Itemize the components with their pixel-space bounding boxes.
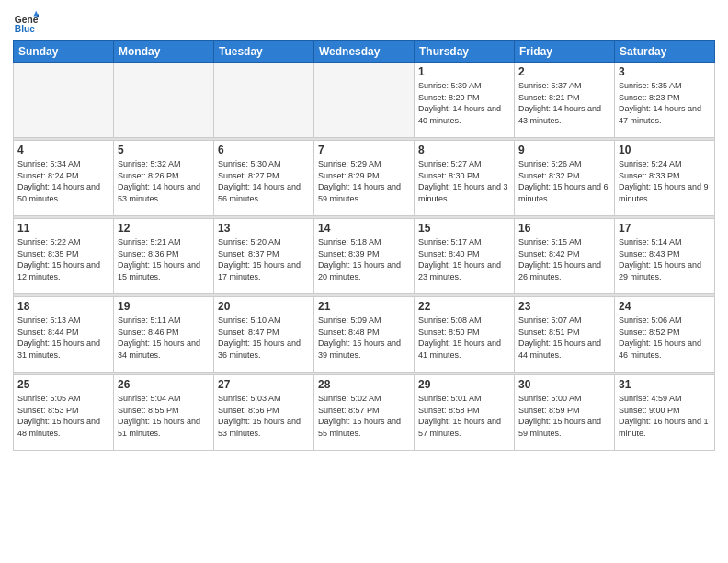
day-number: 21 [318, 300, 410, 313]
day-number: 22 [418, 300, 510, 313]
day-number: 13 [218, 222, 310, 235]
day-number: 1 [418, 65, 510, 78]
day-info: Sunrise: 4:59 AMSunset: 9:00 PMDaylight:… [619, 393, 711, 439]
calendar-cell: 31Sunrise: 4:59 AMSunset: 9:00 PMDayligh… [615, 375, 715, 451]
calendar-cell: 28Sunrise: 5:02 AMSunset: 8:57 PMDayligh… [314, 375, 415, 451]
calendar-cell: 15Sunrise: 5:17 AMSunset: 8:40 PMDayligh… [415, 219, 515, 294]
day-number: 12 [118, 222, 210, 235]
day-info: Sunrise: 5:00 AMSunset: 8:59 PMDaylight:… [518, 393, 610, 439]
calendar-cell: 27Sunrise: 5:03 AMSunset: 8:56 PMDayligh… [214, 375, 314, 451]
day-number: 23 [518, 300, 610, 313]
calendar-cell: 29Sunrise: 5:01 AMSunset: 8:58 PMDayligh… [415, 375, 515, 451]
day-number: 31 [619, 378, 711, 391]
calendar-cell [314, 63, 415, 138]
day-info: Sunrise: 5:01 AMSunset: 8:58 PMDaylight:… [418, 393, 510, 439]
calendar-cell: 20Sunrise: 5:10 AMSunset: 8:47 PMDayligh… [214, 297, 314, 373]
svg-text:Blue: Blue [15, 24, 36, 34]
day-number: 30 [518, 378, 610, 391]
day-number: 10 [619, 144, 711, 156]
calendar-cell [114, 63, 214, 138]
day-info: Sunrise: 5:06 AMSunset: 8:52 PMDaylight:… [619, 315, 711, 361]
day-info: Sunrise: 5:09 AMSunset: 8:48 PMDaylight:… [318, 315, 410, 361]
day-info: Sunrise: 5:07 AMSunset: 8:51 PMDaylight:… [518, 315, 610, 361]
day-info: Sunrise: 5:11 AMSunset: 8:46 PMDaylight:… [118, 315, 210, 361]
day-number: 3 [619, 65, 711, 78]
calendar-cell: 17Sunrise: 5:14 AMSunset: 8:43 PMDayligh… [615, 219, 715, 294]
day-number: 26 [118, 378, 210, 391]
calendar-cell: 19Sunrise: 5:11 AMSunset: 8:46 PMDayligh… [114, 297, 214, 373]
calendar-cell: 10Sunrise: 5:24 AMSunset: 8:33 PMDayligh… [615, 141, 715, 216]
page: General Blue SundayMondayTuesdayWednesda… [0, 0, 728, 563]
day-number: 14 [318, 222, 410, 235]
day-info: Sunrise: 5:18 AMSunset: 8:39 PMDaylight:… [318, 236, 410, 282]
calendar-cell: 30Sunrise: 5:00 AMSunset: 8:59 PMDayligh… [515, 375, 615, 451]
calendar-cell [14, 63, 114, 138]
day-info: Sunrise: 5:32 AMSunset: 8:26 PMDaylight:… [118, 158, 210, 204]
calendar-cell: 21Sunrise: 5:09 AMSunset: 8:48 PMDayligh… [314, 297, 415, 373]
calendar-cell: 18Sunrise: 5:13 AMSunset: 8:44 PMDayligh… [14, 297, 114, 373]
day-number: 4 [17, 144, 109, 156]
calendar-cell: 6Sunrise: 5:30 AMSunset: 8:27 PMDaylight… [214, 141, 314, 216]
calendar-cell: 16Sunrise: 5:15 AMSunset: 8:42 PMDayligh… [515, 219, 615, 294]
calendar-cell: 11Sunrise: 5:22 AMSunset: 8:35 PMDayligh… [14, 219, 114, 294]
header: General Blue [13, 9, 715, 35]
day-number: 17 [619, 222, 711, 235]
day-info: Sunrise: 5:27 AMSunset: 8:30 PMDaylight:… [418, 158, 510, 204]
day-number: 8 [418, 144, 510, 156]
calendar-cell: 1Sunrise: 5:39 AMSunset: 8:20 PMDaylight… [415, 63, 515, 138]
day-info: Sunrise: 5:13 AMSunset: 8:44 PMDaylight:… [17, 315, 109, 361]
weekday-header-sunday: Sunday [14, 41, 114, 63]
calendar-cell [214, 63, 314, 138]
day-number: 9 [518, 144, 610, 156]
calendar-cell: 23Sunrise: 5:07 AMSunset: 8:51 PMDayligh… [515, 297, 615, 373]
calendar-cell: 2Sunrise: 5:37 AMSunset: 8:21 PMDaylight… [515, 63, 615, 138]
day-number: 29 [418, 378, 510, 391]
weekday-header-friday: Friday [515, 41, 615, 63]
day-info: Sunrise: 5:24 AMSunset: 8:33 PMDaylight:… [619, 158, 711, 204]
calendar-cell: 9Sunrise: 5:26 AMSunset: 8:32 PMDaylight… [515, 141, 615, 216]
day-number: 18 [17, 300, 109, 313]
day-number: 2 [518, 65, 610, 78]
weekday-header-row: SundayMondayTuesdayWednesdayThursdayFrid… [14, 41, 715, 63]
calendar-cell: 13Sunrise: 5:20 AMSunset: 8:37 PMDayligh… [214, 219, 314, 294]
day-info: Sunrise: 5:03 AMSunset: 8:56 PMDaylight:… [218, 393, 310, 439]
weekday-header-tuesday: Tuesday [214, 41, 314, 63]
calendar-cell: 12Sunrise: 5:21 AMSunset: 8:36 PMDayligh… [114, 219, 214, 294]
day-info: Sunrise: 5:02 AMSunset: 8:57 PMDaylight:… [318, 393, 410, 439]
day-number: 25 [17, 378, 109, 391]
day-info: Sunrise: 5:21 AMSunset: 8:36 PMDaylight:… [118, 236, 210, 282]
day-info: Sunrise: 5:04 AMSunset: 8:55 PMDaylight:… [118, 393, 210, 439]
day-info: Sunrise: 5:26 AMSunset: 8:32 PMDaylight:… [518, 158, 610, 204]
day-info: Sunrise: 5:20 AMSunset: 8:37 PMDaylight:… [218, 236, 310, 282]
calendar-cell: 7Sunrise: 5:29 AMSunset: 8:29 PMDaylight… [314, 141, 415, 216]
day-number: 20 [218, 300, 310, 313]
logo: General Blue [13, 9, 39, 35]
calendar-cell: 4Sunrise: 5:34 AMSunset: 8:24 PMDaylight… [14, 141, 114, 216]
calendar-cell: 25Sunrise: 5:05 AMSunset: 8:53 PMDayligh… [14, 375, 114, 451]
weekday-header-saturday: Saturday [615, 41, 715, 63]
day-number: 11 [17, 222, 109, 235]
day-info: Sunrise: 5:35 AMSunset: 8:23 PMDaylight:… [619, 80, 711, 126]
weekday-header-wednesday: Wednesday [314, 41, 415, 63]
week-row-2: 4Sunrise: 5:34 AMSunset: 8:24 PMDaylight… [14, 141, 715, 216]
day-number: 15 [418, 222, 510, 235]
week-row-5: 25Sunrise: 5:05 AMSunset: 8:53 PMDayligh… [14, 375, 715, 451]
day-number: 6 [218, 144, 310, 156]
day-info: Sunrise: 5:37 AMSunset: 8:21 PMDaylight:… [518, 80, 610, 126]
day-info: Sunrise: 5:30 AMSunset: 8:27 PMDaylight:… [218, 158, 310, 204]
week-row-4: 18Sunrise: 5:13 AMSunset: 8:44 PMDayligh… [14, 297, 715, 373]
day-info: Sunrise: 5:10 AMSunset: 8:47 PMDaylight:… [218, 315, 310, 361]
calendar-table: SundayMondayTuesdayWednesdayThursdayFrid… [13, 40, 715, 451]
day-info: Sunrise: 5:05 AMSunset: 8:53 PMDaylight:… [17, 393, 109, 439]
day-info: Sunrise: 5:39 AMSunset: 8:20 PMDaylight:… [418, 80, 510, 126]
calendar-cell: 3Sunrise: 5:35 AMSunset: 8:23 PMDaylight… [615, 63, 715, 138]
day-info: Sunrise: 5:14 AMSunset: 8:43 PMDaylight:… [619, 236, 711, 282]
calendar-cell: 24Sunrise: 5:06 AMSunset: 8:52 PMDayligh… [615, 297, 715, 373]
calendar-cell: 22Sunrise: 5:08 AMSunset: 8:50 PMDayligh… [415, 297, 515, 373]
logo-icon: General Blue [13, 9, 39, 35]
calendar-cell: 26Sunrise: 5:04 AMSunset: 8:55 PMDayligh… [114, 375, 214, 451]
day-info: Sunrise: 5:17 AMSunset: 8:40 PMDaylight:… [418, 236, 510, 282]
day-info: Sunrise: 5:29 AMSunset: 8:29 PMDaylight:… [318, 158, 410, 204]
day-info: Sunrise: 5:34 AMSunset: 8:24 PMDaylight:… [17, 158, 109, 204]
day-info: Sunrise: 5:08 AMSunset: 8:50 PMDaylight:… [418, 315, 510, 361]
